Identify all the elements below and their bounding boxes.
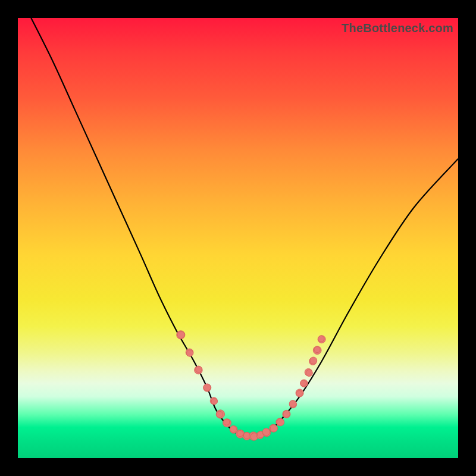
- sample-dot: [224, 419, 230, 425]
- sample-dot: [300, 380, 306, 386]
- sample-dot: [262, 428, 270, 436]
- sample-dot: [318, 336, 324, 342]
- sample-dot: [314, 347, 320, 353]
- sample-dots-group: [177, 331, 325, 441]
- sample-dot: [203, 384, 211, 391]
- bottleneck-curve: [31, 18, 458, 437]
- sample-dot: [177, 331, 184, 339]
- sample-dot: [277, 418, 284, 425]
- chart-frame: TheBottleneck.com: [0, 0, 476, 476]
- sample-dot: [270, 425, 277, 432]
- sample-dot: [230, 426, 236, 433]
- sample-dot: [196, 366, 202, 372]
- sample-dot: [237, 431, 243, 437]
- sample-dot: [217, 411, 223, 417]
- sample-dot: [289, 400, 296, 408]
- chart-svg: [18, 18, 458, 458]
- sample-dot: [211, 399, 217, 405]
- sample-dot: [310, 357, 317, 364]
- plot-area: TheBottleneck.com: [18, 18, 458, 458]
- sample-dot: [283, 411, 290, 417]
- sample-dot: [296, 391, 302, 397]
- sample-dot: [306, 369, 312, 376]
- sample-dot: [187, 350, 193, 356]
